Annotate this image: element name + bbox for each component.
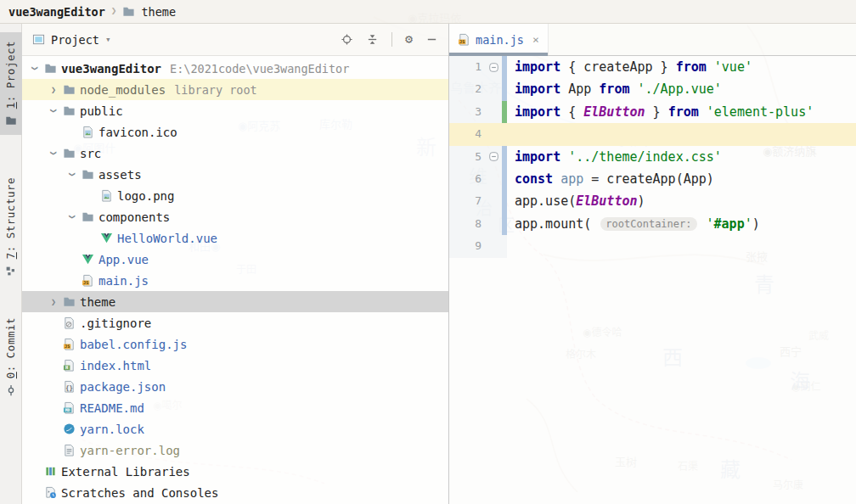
line-number: 9 — [449, 235, 485, 257]
gitignore-icon — [61, 316, 77, 329]
svg-text:JS: JS — [459, 39, 465, 44]
tree-row-helloworld-vue[interactable]: ❯HelloWorld.vue — [22, 227, 448, 249]
tree-item-label: babel.config.js — [80, 338, 187, 351]
fold-icon[interactable] — [485, 56, 502, 78]
chevron-down-icon[interactable]: ▾ — [105, 34, 111, 45]
code-line-4[interactable]: 4 — [449, 123, 856, 145]
tree-row-yarn-error-log[interactable]: ❯yarn-error.log — [22, 440, 448, 461]
code-line-9[interactable]: 9 — [449, 235, 856, 257]
editor-tab-main-js[interactable]: JS main.js × — [449, 24, 549, 55]
code-line-5[interactable]: 5import '../theme/index.css' — [449, 146, 856, 168]
token-variable: app — [560, 171, 583, 187]
stripe-button-project[interactable]: 1: Project — [0, 32, 22, 135]
stripe-button-structure[interactable]: 7: Structure — [0, 169, 22, 284]
fold-gutter — [485, 168, 502, 190]
tree-row-package-json[interactable]: ❯{}package.json — [22, 376, 448, 397]
tree-item-label: .gitignore — [80, 316, 151, 330]
change-marker — [502, 213, 507, 235]
token-plain: app.mount( — [515, 216, 599, 232]
change-marker — [502, 123, 507, 145]
js-file-icon: JS — [458, 33, 470, 46]
chevron-collapsed-icon[interactable]: ❯ — [46, 85, 61, 94]
tree-row-app-vue[interactable]: ❯App.vue — [22, 249, 448, 270]
collapse-all-icon[interactable] — [366, 33, 379, 46]
project-tool-window: Project ▾ ⚙ ❯vue3wangEditorE:\2021code\v… — [22, 24, 448, 504]
stripe-button-commit[interactable]: 0: Commit — [0, 309, 22, 405]
chevron-collapsed-icon[interactable]: ❯ — [46, 297, 61, 306]
tool-window-stripe: 1: Project7: Structure0: Commit — [0, 24, 22, 504]
code-line-8[interactable]: 8app.mount( rootContainer: '#app') — [449, 213, 856, 235]
tree-row-readme-md[interactable]: ❯MDREADME.md — [22, 397, 448, 418]
tree-row-node-modules[interactable]: ❯node_moduleslibrary root — [22, 79, 448, 100]
md-icon: MD — [61, 401, 77, 414]
token-class-ref: ElButton — [576, 193, 637, 209]
breadcrumb-root[interactable]: vue3wangEditor — [8, 5, 105, 19]
project-view-selector[interactable]: Project — [51, 33, 99, 47]
tree-row-index-html[interactable]: ❯Hindex.html — [22, 355, 448, 376]
tree-row-main-js[interactable]: ❯JSmain.js — [22, 270, 448, 291]
fold-gutter — [485, 190, 502, 212]
tree-row-external-libraries[interactable]: ❯External Libraries — [22, 461, 448, 482]
tree-row-src[interactable]: ❯src — [22, 143, 448, 164]
folder-icon — [61, 83, 77, 96]
code-area[interactable]: 1import { createApp } from 'vue'2import … — [449, 56, 856, 258]
code-line-2[interactable]: 2import App from './App.vue' — [449, 78, 856, 100]
token-keyword: import — [515, 81, 560, 97]
code-line-7[interactable]: 7app.use(ElButton) — [449, 190, 856, 212]
tree-row-vue3wangeditor[interactable]: ❯vue3wangEditorE:\2021code\vue3wangEdito… — [22, 58, 448, 79]
folder-icon — [61, 104, 77, 117]
vue-icon — [80, 253, 96, 266]
token-string: '../theme/index.css' — [568, 149, 722, 165]
change-marker — [502, 235, 507, 257]
code-line-1[interactable]: 1import { createApp } from 'vue' — [449, 56, 856, 78]
tree-item-label: components — [99, 210, 170, 224]
token-plain — [629, 81, 637, 97]
chevron-expanded-icon[interactable]: ❯ — [49, 104, 59, 119]
hide-icon[interactable] — [425, 33, 438, 46]
stripe-label: 7: Structure — [4, 177, 17, 259]
project-panel-header: Project ▾ ⚙ — [22, 24, 448, 56]
token-keyword: import — [515, 59, 560, 75]
tree-row-theme[interactable]: ❯theme — [22, 291, 448, 312]
breadcrumb-current[interactable]: theme — [141, 5, 176, 19]
code-line-6[interactable]: 6const app = createApp(App) — [449, 168, 856, 190]
structure-icon — [5, 266, 16, 277]
tree-item-label: App.vue — [99, 253, 149, 266]
locate-icon[interactable] — [341, 33, 353, 46]
tree-row-components[interactable]: ❯components — [22, 206, 448, 227]
tree-row-scratches-and-consoles[interactable]: ❯Scratches and Consoles — [22, 482, 448, 503]
chevron-expanded-icon[interactable]: ❯ — [68, 210, 77, 225]
extlib-icon — [42, 465, 59, 478]
tree-item-label: vue3wangEditor — [61, 62, 161, 76]
tree-item-label: favicon.ico — [99, 126, 177, 139]
editor-tab-bar: JS main.js × — [449, 24, 856, 56]
token-keyword: import — [515, 149, 560, 165]
code-line-3[interactable]: 3import { ElButton } from 'element-plus' — [449, 101, 856, 123]
tree-item-annotation: E:\2021code\vue3wangEditor — [170, 62, 349, 76]
chevron-expanded-icon[interactable]: ❯ — [49, 146, 59, 161]
tree-item-label: assets — [99, 168, 142, 182]
close-icon[interactable]: × — [532, 33, 539, 46]
tree-row-assets[interactable]: ❯assets — [22, 164, 448, 185]
stripe-folder-icon — [5, 115, 17, 126]
token-keyword: from — [599, 81, 629, 97]
tree-row-yarn-lock[interactable]: ❯yarn.lock — [22, 418, 448, 440]
settings-icon[interactable]: ⚙ — [405, 33, 413, 46]
editor: JS main.js × 1import { createApp } from … — [448, 24, 856, 504]
line-number: 3 — [449, 101, 485, 123]
html-icon: H — [61, 359, 77, 372]
tree-row-public[interactable]: ❯public — [22, 100, 448, 121]
fold-icon[interactable] — [485, 146, 502, 168]
tree-row-favicon-ico[interactable]: ❯favicon.ico — [22, 121, 448, 143]
token-string-bold: #app — [714, 216, 745, 232]
chevron-expanded-icon[interactable]: ❯ — [68, 167, 77, 182]
tree-row-babel-config-js[interactable]: ❯JSbabel.config.js — [22, 333, 448, 355]
tree-item-label: theme — [80, 295, 115, 309]
chevron-expanded-icon[interactable]: ❯ — [31, 61, 40, 76]
tree-row-logo-png[interactable]: ❯logo.png — [22, 185, 448, 206]
token-plain — [707, 59, 714, 75]
token-plain: } — [645, 104, 668, 120]
tree-row-gitignore[interactable]: ❯.gitignore — [22, 312, 448, 333]
tree-item-label: node_modules — [80, 83, 166, 97]
token-plain: ) — [752, 216, 760, 232]
